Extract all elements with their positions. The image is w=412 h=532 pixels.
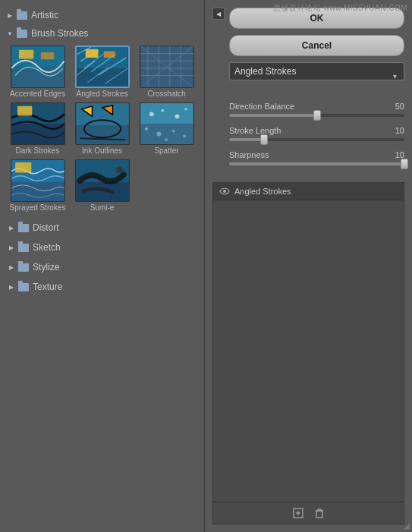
param-stroke-length-thumb[interactable] — [260, 134, 268, 145]
thumb-accented-edges[interactable]: Accented Edges — [8, 46, 68, 98]
left-panel: ▶ Artistic ▼ Brush Strokes — [0, 0, 205, 532]
thumb-angled-strokes[interactable]: Angled Strokes — [72, 46, 132, 98]
svg-rect-47 — [15, 162, 31, 173]
thumb-img-angled-strokes — [75, 46, 130, 88]
arrow-right-distort-icon: ▶ — [8, 224, 15, 231]
param-sharpness-fill — [229, 162, 404, 165]
param-direction-balance-track[interactable] — [229, 114, 404, 117]
preview-header: Angled Strokes — [213, 183, 404, 200]
group-stylize-label: Stylize — [33, 262, 59, 272]
svg-rect-3 — [40, 52, 53, 60]
filter-dropdown-wrapper: Angled Strokes Accented Edges Crosshatch — [229, 62, 404, 91]
thumb-dark-strokes[interactable]: Dark Strokes — [8, 102, 68, 155]
group-stylize-header[interactable]: ▶ Stylize — [0, 259, 204, 275]
group-texture-label: Texture — [33, 282, 62, 292]
group-artistic: ▶ Artistic — [0, 6, 204, 24]
folder-icon-distort — [18, 224, 29, 232]
svg-point-50 — [223, 190, 226, 193]
param-sharpness-track[interactable] — [229, 162, 404, 165]
new-layer-icon[interactable] — [292, 507, 304, 519]
param-direction-balance-value: 50 — [395, 102, 404, 111]
svg-point-44 — [165, 138, 168, 141]
thumb-label-spatter: Spatter — [154, 146, 178, 155]
thumb-label-sprayed-strokes: Sprayed Strokes — [10, 203, 66, 212]
thumb-label-sumi-e: Sumi-e — [90, 203, 115, 212]
thumb-spatter[interactable]: Spatter — [137, 102, 197, 155]
preview-panel: Angled Strokes — [212, 182, 404, 524]
thumb-img-dark-strokes — [11, 102, 65, 145]
right-controls: OK Cancel Angled Strokes Accented Edges … — [229, 8, 404, 175]
param-sharpness-thumb[interactable] — [401, 159, 408, 169]
folder-icon — [17, 11, 27, 20]
folder-icon-sketch — [18, 244, 29, 252]
svg-point-38 — [175, 114, 179, 118]
thumb-label-crosshatch: Crosshatch — [147, 90, 186, 98]
group-artistic-header[interactable]: ▶ Artistic — [0, 8, 204, 23]
svg-point-42 — [171, 130, 175, 133]
group-texture-header[interactable]: ▶ Texture — [0, 279, 204, 295]
thumb-sumi-e[interactable]: Sumi-e — [72, 159, 132, 212]
thumb-sprayed-strokes[interactable]: Sprayed Strokes — [8, 159, 68, 212]
svg-point-43 — [183, 134, 186, 137]
param-direction-balance: Direction Balance 50 — [229, 102, 404, 117]
group-sketch-header[interactable]: ▶ Sketch — [0, 239, 204, 256]
thumb-img-crosshatch — [140, 46, 194, 88]
thumb-label-accented-edges: Accented Edges — [10, 90, 65, 98]
folder-icon-stylize — [18, 263, 29, 272]
group-distort-label: Distort — [33, 222, 59, 233]
svg-rect-35 — [140, 103, 193, 124]
thumb-crosshatch[interactable]: Crosshatch — [137, 46, 197, 98]
right-panel: ◀ OK Cancel Angled Strokes Accented Edge… — [205, 0, 412, 532]
group-sketch: ▶ Sketch — [0, 238, 204, 257]
group-brush-strokes-label: Brush Strokes — [31, 28, 88, 39]
thumb-img-ink-outlines — [75, 102, 130, 145]
thumb-label-ink-outlines: Ink Outlines — [82, 146, 122, 155]
svg-rect-31 — [76, 103, 128, 125]
svg-rect-54 — [316, 511, 322, 518]
folder-icon-texture — [18, 283, 29, 291]
delete-icon[interactable] — [313, 507, 326, 519]
group-sketch-label: Sketch — [33, 242, 61, 253]
group-texture: ▶ Texture — [0, 277, 204, 297]
svg-point-39 — [184, 108, 187, 111]
folder-icon-brush — [17, 30, 27, 38]
thumb-label-angled-strokes: Angled Strokes — [77, 90, 128, 98]
param-sharpness-label: Sharpness — [229, 150, 269, 159]
thumb-img-sumi-e — [75, 159, 130, 202]
svg-point-40 — [145, 127, 148, 131]
svg-rect-15 — [103, 52, 115, 58]
group-artistic-label: Artistic — [31, 10, 58, 20]
svg-point-37 — [161, 109, 164, 112]
cancel-button[interactable]: Cancel — [229, 35, 404, 56]
param-sharpness: Sharpness 10 — [229, 150, 404, 165]
param-direction-balance-label: Direction Balance — [229, 102, 294, 111]
resize-handle[interactable]: ◢ — [404, 521, 410, 530]
svg-rect-14 — [85, 49, 98, 58]
param-direction-balance-fill — [229, 114, 317, 117]
main-container: ▶ Artistic ▼ Brush Strokes — [0, 0, 412, 532]
param-stroke-length-fill — [229, 138, 264, 141]
watermark: 思缘设计论坛 www.MISSVUAN.COM — [273, 3, 407, 14]
param-stroke-length-label: Stroke Length — [229, 126, 281, 135]
thumb-img-sprayed-strokes — [11, 159, 65, 202]
thumb-img-accented-edges — [11, 46, 65, 88]
group-distort-header[interactable]: ▶ Distort — [0, 219, 204, 236]
collapse-button[interactable]: ◀ — [212, 8, 225, 20]
param-direction-balance-thumb[interactable] — [313, 110, 321, 121]
thumb-img-spatter — [140, 102, 194, 145]
arrow-right-stylize-icon: ▶ — [8, 263, 15, 271]
param-stroke-length: Stroke Length 10 — [229, 126, 404, 141]
arrow-down-icon: ▼ — [6, 30, 14, 37]
param-stroke-length-track[interactable] — [229, 138, 404, 141]
arrow-right-texture-icon: ▶ — [8, 283, 15, 291]
filter-dropdown[interactable]: Angled Strokes Accented Edges Crosshatch — [229, 62, 404, 80]
group-stylize: ▶ Stylize — [0, 257, 204, 277]
group-brush-strokes-header[interactable]: ▼ Brush Strokes — [0, 26, 204, 41]
thumb-ink-outlines[interactable]: Ink Outlines — [72, 102, 132, 155]
svg-point-41 — [156, 132, 161, 137]
thumb-label-dark-strokes: Dark Strokes — [16, 146, 60, 155]
right-top: ◀ OK Cancel Angled Strokes Accented Edge… — [212, 8, 404, 175]
svg-point-36 — [149, 112, 153, 117]
param-stroke-length-value: 10 — [395, 126, 404, 135]
preview-title: Angled Strokes — [234, 187, 291, 196]
